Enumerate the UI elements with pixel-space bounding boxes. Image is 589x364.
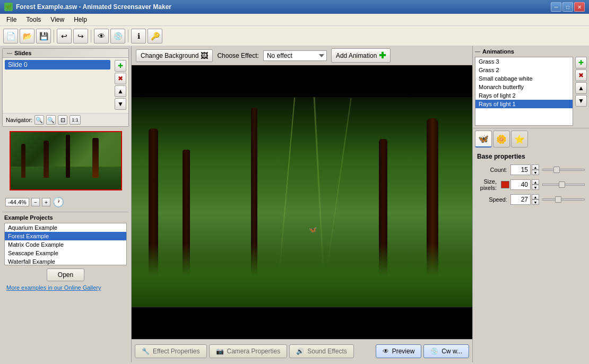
tab-appearance[interactable]: 🌼 — [493, 131, 510, 148]
cww-button[interactable]: 💿 Cw w... — [423, 344, 469, 358]
title-bar-controls[interactable]: ─ □ ✕ — [551, 2, 585, 12]
remove-animation-button[interactable]: ✖ — [575, 70, 587, 81]
property-tabs: 🦋 🌼 ⭐ — [473, 128, 589, 150]
slides-list-wrap: Slide 0 — [4, 59, 111, 112]
example-forest[interactable]: Forest Example — [5, 232, 126, 240]
count-label: Count: — [477, 167, 507, 173]
add-animation-button[interactable]: Add Animation ✚ — [331, 48, 391, 63]
move-anim-down-button[interactable]: ▼ — [575, 95, 587, 107]
count-down-button[interactable]: ▼ — [532, 170, 539, 175]
animations-list-wrap: Grass 3 Grass 2 Small cabbage white Mona… — [475, 57, 587, 126]
menu-file[interactable]: File — [2, 15, 21, 24]
anim-small-cabbage[interactable]: Small cabbage white — [475, 74, 573, 83]
slides-list[interactable]: Slide 0 — [4, 59, 111, 112]
toolbar-preview[interactable]: 👁 — [94, 29, 109, 44]
add-animation-label: Add Animation — [336, 52, 377, 59]
tab-advanced[interactable]: ⭐ — [511, 131, 528, 148]
count-slider[interactable] — [542, 169, 585, 171]
example-matrix[interactable]: Matrix Code Example — [5, 240, 126, 249]
slide-item-0[interactable]: Slide 0 — [5, 60, 110, 70]
example-seascape[interactable]: Seascape Example — [5, 249, 126, 257]
zoom-input[interactable] — [5, 198, 29, 206]
example-waterfall[interactable]: Waterfall Example — [5, 257, 126, 265]
speed-down-button[interactable]: ▼ — [532, 200, 539, 205]
move-anim-up-button[interactable]: ▲ — [575, 82, 587, 94]
anim-monarch[interactable]: Monarch butterfly — [475, 83, 573, 91]
count-up-button[interactable]: ▲ — [532, 164, 539, 170]
change-background-button[interactable]: Change Background 🖼 — [136, 49, 213, 62]
change-bg-label: Change Background — [141, 52, 198, 59]
toolbar-separator-2 — [91, 30, 91, 42]
count-spinner: ▲ ▼ — [532, 164, 539, 175]
app-icon: 🌿 — [4, 3, 13, 11]
menu-tools[interactable]: Tools — [22, 15, 45, 24]
camera-properties-button[interactable]: 📷 Camera Properties — [209, 344, 288, 358]
remove-slide-button[interactable]: ✖ — [115, 73, 126, 84]
add-animation-list-button[interactable]: ✚ — [575, 57, 587, 68]
example-aquarium[interactable]: Aquarium Example — [5, 223, 126, 232]
toolbar-key[interactable]: 🔑 — [148, 29, 162, 44]
menu-help[interactable]: Help — [70, 15, 91, 24]
main-container: Slides Slide 0 ✚ ✖ ▲ ▼ Navigator: 🔍 🔍 — [0, 46, 589, 362]
toolbar-redo[interactable]: ↪ — [73, 29, 88, 44]
clock-icon[interactable]: 🕐 — [53, 196, 64, 208]
toolbar-undo[interactable]: ↩ — [57, 29, 72, 44]
maximize-button[interactable]: □ — [562, 2, 573, 12]
fit-nav-button[interactable]: ⊡ — [58, 115, 67, 125]
toolbar-new[interactable]: 📄 — [3, 29, 18, 44]
move-slide-down-button[interactable]: ▼ — [115, 98, 126, 110]
example-projects-title: Example Projects — [4, 214, 127, 221]
size-up-button[interactable]: ▲ — [532, 179, 539, 185]
toolbar-export[interactable]: 💿 — [110, 29, 125, 44]
effect-select[interactable]: No effect — [263, 50, 327, 61]
zoom-decrease-button[interactable]: − — [31, 198, 40, 206]
toolbar-save[interactable]: 💾 — [36, 29, 51, 44]
toolbar-open[interactable]: 📂 — [20, 29, 34, 44]
sound-effects-button[interactable]: 🔊 Sound Effects — [289, 344, 354, 358]
minimize-button[interactable]: ─ — [551, 2, 561, 12]
move-slide-up-button[interactable]: ▲ — [115, 85, 126, 97]
speed-input[interactable] — [510, 194, 531, 205]
gallery-link[interactable]: More examples in our Online Gallery — [4, 284, 127, 293]
title-bar-text: Forest Example.asw - Animated Screensave… — [16, 3, 171, 11]
animations-list[interactable]: Grass 3 Grass 2 Small cabbage white Mona… — [475, 57, 573, 126]
cww-icon: 💿 — [430, 348, 438, 355]
anim-rays1[interactable]: Rays of light 1 — [475, 100, 573, 108]
example-projects-list[interactable]: Aquarium Example Forest Example Matrix C… — [4, 223, 127, 265]
zoom-increase-button[interactable]: + — [42, 198, 50, 206]
anim-grass2[interactable]: Grass 2 — [475, 66, 573, 74]
bottom-toolbar: 🔧 Effect Properties 📷 Camera Properties … — [132, 339, 472, 362]
menu-bar: File Tools View Help — [0, 14, 589, 26]
anim-rays2[interactable]: Rays of light 2 — [475, 91, 573, 100]
add-slide-button[interactable]: ✚ — [115, 60, 126, 72]
anim-grass3[interactable]: Grass 3 — [475, 57, 573, 66]
effect-properties-label: Effect Properties — [153, 348, 200, 355]
speed-slider[interactable] — [542, 198, 585, 201]
tab-base-properties[interactable]: 🦋 — [475, 131, 492, 148]
speed-input-wrap: ▲ ▼ — [510, 194, 539, 205]
close-button[interactable]: ✕ — [574, 2, 585, 12]
size-down-button[interactable]: ▼ — [532, 185, 539, 190]
title-bar-left: 🌿 Forest Example.asw - Animated Screensa… — [4, 3, 171, 11]
size-input[interactable] — [510, 179, 531, 190]
speed-up-button[interactable]: ▲ — [532, 194, 539, 200]
speed-row: Speed: ▲ ▼ — [477, 194, 585, 205]
add-icon: ✚ — [379, 50, 386, 60]
zoom-out-nav-button[interactable]: 🔍 — [46, 115, 56, 125]
count-input[interactable] — [510, 164, 531, 175]
slides-title: Slides — [3, 49, 128, 58]
preview-thumb-inner — [11, 132, 121, 189]
preview-icon: 👁 — [383, 348, 389, 355]
zoom-in-nav-button[interactable]: 🔍 — [34, 115, 44, 125]
open-button[interactable]: Open — [47, 268, 84, 281]
preview-button[interactable]: 👁 Preview — [376, 344, 422, 358]
one-to-one-nav-button[interactable]: 1:1 — [70, 115, 81, 125]
animations-section: Animations Grass 3 Grass 2 Small cabbage… — [473, 46, 589, 128]
size-spinner: ▲ ▼ — [532, 179, 539, 190]
color-swatch[interactable] — [501, 181, 509, 188]
toolbar-info[interactable]: ℹ — [131, 29, 146, 44]
menu-view[interactable]: View — [46, 15, 68, 24]
speed-spinner: ▲ ▼ — [532, 194, 539, 205]
effect-properties-button[interactable]: 🔧 Effect Properties — [135, 344, 207, 358]
size-slider[interactable] — [542, 184, 585, 186]
